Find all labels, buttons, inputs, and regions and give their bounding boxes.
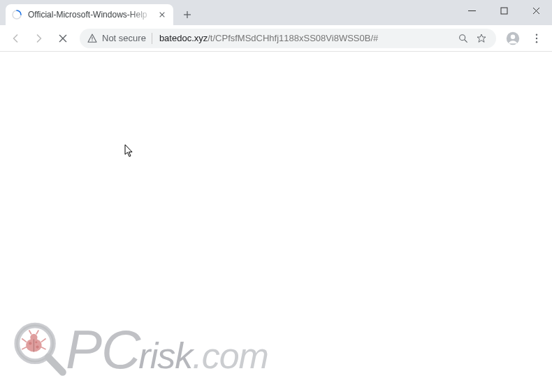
stop-reload-button[interactable]: [52, 27, 74, 50]
address-bar[interactable]: Not secure batedoc.xyz/t/CPfsfMSdCHhfj11…: [80, 29, 496, 48]
loading-spinner-icon: [11, 9, 22, 20]
url-text: batedoc.xyz/t/CPfsfMSdCHhfj1188xSS08Vi8W…: [159, 33, 453, 43]
url-host: batedoc.xyz: [159, 33, 208, 43]
svg-point-12: [92, 40, 92, 41]
omnibox-divider: [152, 33, 152, 44]
svg-point-17: [536, 34, 537, 35]
svg-point-16: [511, 34, 515, 38]
back-button[interactable]: [4, 27, 27, 50]
svg-point-27: [36, 345, 38, 348]
profile-avatar-icon[interactable]: [502, 27, 524, 50]
tab-title: Official-Microsoft-Windows-Help: [28, 10, 154, 20]
svg-line-14: [465, 40, 467, 42]
svg-point-13: [460, 34, 465, 40]
zoom-icon[interactable]: [456, 31, 471, 46]
svg-line-22: [48, 357, 63, 372]
svg-line-33: [29, 330, 31, 334]
watermark-logo: PC risk .com: [10, 319, 268, 379]
svg-line-29: [22, 339, 27, 342]
toolbar: Not secure batedoc.xyz/t/CPfsfMSdCHhfj11…: [0, 25, 552, 52]
svg-point-19: [536, 41, 537, 43]
minimize-button[interactable]: [456, 0, 488, 21]
svg-line-30: [22, 347, 27, 349]
svg-line-32: [41, 347, 46, 349]
svg-line-31: [41, 339, 46, 342]
tab-close-icon[interactable]: [157, 9, 168, 20]
bookmark-star-icon[interactable]: [474, 31, 489, 46]
svg-point-26: [29, 342, 31, 344]
watermark-risk: risk: [138, 342, 192, 371]
magnifier-bug-icon: [10, 319, 70, 379]
close-button[interactable]: [520, 0, 552, 21]
security-label: Not secure: [102, 33, 146, 43]
svg-line-34: [36, 330, 38, 334]
new-tab-button[interactable]: [177, 5, 197, 24]
window-controls: [456, 0, 552, 21]
svg-rect-1: [501, 8, 507, 14]
watermark-text: PC risk .com: [66, 328, 268, 371]
browser-tab[interactable]: Official-Microsoft-Windows-Help: [6, 4, 173, 25]
forward-button[interactable]: [28, 27, 50, 50]
maximize-button[interactable]: [488, 0, 520, 21]
svg-point-18: [536, 37, 537, 38]
watermark-com: .com: [192, 342, 268, 371]
watermark-pc: PC: [66, 328, 140, 371]
url-path: /t/CPfsfMSdCHhfj1188xSS08Vi8WSS0B/#: [208, 33, 378, 43]
svg-point-28: [35, 341, 37, 343]
menu-button[interactable]: [525, 27, 548, 50]
not-secure-icon: [87, 33, 98, 44]
